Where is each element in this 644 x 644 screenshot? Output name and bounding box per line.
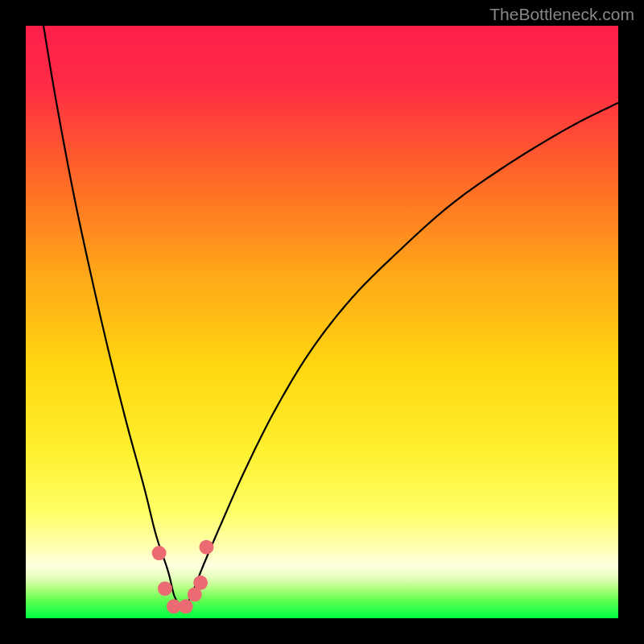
- watermark-text: TheBottleneck.com: [489, 5, 634, 24]
- plot-area: [26, 26, 618, 618]
- gradient-background: [26, 26, 618, 618]
- svg-rect-0: [26, 26, 618, 618]
